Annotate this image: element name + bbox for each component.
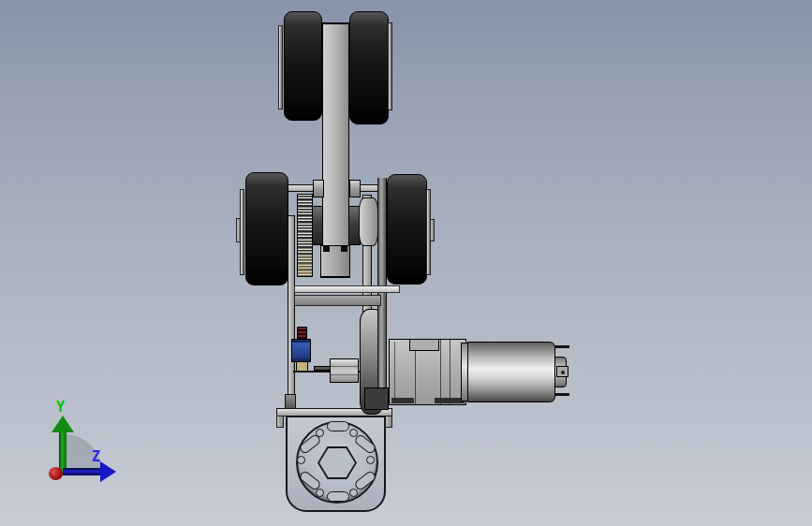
disc-bracket — [364, 387, 389, 410]
gearbox-foot — [391, 398, 414, 403]
top-roller-right-shaft — [388, 22, 392, 110]
frame-bar-left[interactable] — [288, 215, 295, 414]
motor-terminal-bottom — [554, 393, 569, 396]
hex-standoff[interactable] — [330, 358, 359, 383]
flange-slot — [327, 421, 349, 431]
cross-rail-upper[interactable] — [294, 285, 400, 293]
gearbox-line — [450, 340, 450, 404]
z-axis-arrow-icon — [100, 461, 116, 482]
swing-arm[interactable] — [322, 22, 349, 246]
mid-roller-right[interactable] — [387, 174, 427, 285]
motor-terminal-top — [554, 345, 569, 348]
flange-slot — [327, 491, 349, 502]
gearbox-line — [440, 340, 441, 404]
top-roller-left[interactable] — [284, 11, 322, 121]
x-axis-origin-icon — [49, 467, 63, 480]
standoff-facet-line — [331, 366, 358, 367]
standoff-rod — [314, 366, 331, 371]
motor-terminal-tab — [556, 366, 568, 377]
standoff-facet-line — [331, 374, 358, 375]
top-roller-left-shaft — [278, 25, 283, 110]
mid-roller-right-hub — [430, 219, 435, 241]
gearbox-line — [394, 342, 395, 402]
gearbox[interactable] — [389, 339, 466, 405]
hex-nut-right[interactable] — [349, 180, 361, 197]
mid-roller-left-hub — [236, 218, 241, 242]
flange-hole — [297, 456, 305, 464]
z-axis-label: Z — [92, 450, 100, 464]
micro-servo[interactable] — [291, 339, 311, 362]
mid-roller-left[interactable] — [245, 172, 288, 285]
hex-nut-left[interactable] — [313, 180, 324, 197]
flange-hole — [349, 489, 358, 497]
tab-hole — [561, 371, 565, 374]
orientation-triad: Y Z — [37, 398, 131, 496]
servo-connector — [297, 327, 307, 340]
bracket-ear-left — [276, 416, 284, 428]
gearbox-line — [415, 351, 416, 404]
flange-hole — [366, 456, 375, 464]
cad-viewport[interactable]: Y Z — [0, 0, 812, 526]
y-axis-arrow-icon — [52, 416, 74, 432]
z-axis-shaft — [63, 468, 102, 475]
fork-notch-left — [323, 246, 330, 252]
drive-belt[interactable] — [377, 178, 387, 409]
frame-foot-left — [285, 394, 296, 409]
bracket-ear-right — [385, 416, 392, 428]
top-roller-right[interactable] — [349, 11, 389, 124]
spur-gear[interactable] — [297, 194, 313, 277]
cross-rail-lower[interactable] — [294, 295, 381, 306]
belt-pulley[interactable] — [359, 197, 378, 246]
fork-notch-right — [341, 246, 347, 252]
dc-motor[interactable] — [467, 342, 555, 402]
flange-hole — [316, 489, 324, 497]
y-axis-label: Y — [56, 401, 65, 415]
gearbox-channel — [409, 340, 439, 351]
